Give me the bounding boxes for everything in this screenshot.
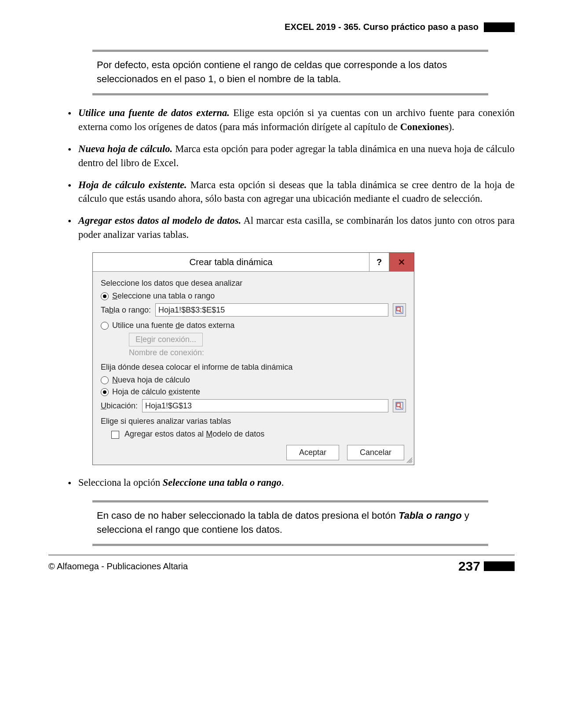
radio-icon <box>101 388 109 396</box>
range-select-icon <box>395 402 403 410</box>
section-place-label: Elija dónde desea colocar el informe de … <box>101 363 406 372</box>
section-multi-label: Elige si quieres analizar varias tablas <box>101 417 406 426</box>
radio-label: Utilice una fuente de datos externa <box>112 321 234 330</box>
radio-icon <box>101 292 109 300</box>
radio-external-source[interactable]: Utilice una fuente de datos externa <box>101 321 406 330</box>
choose-connection-button: Elegir conexión... <box>129 333 203 346</box>
help-button[interactable]: ? <box>369 253 389 271</box>
close-button[interactable] <box>389 253 414 271</box>
resize-grip-icon[interactable] <box>406 457 413 464</box>
table-range-label: Tabla o rango: <box>101 306 151 315</box>
connection-name-label: Nombre de conexión: <box>129 348 406 357</box>
radio-label-u: S <box>112 291 117 300</box>
location-row: Ubicación: Hoja1!$G$13 <box>101 399 406 412</box>
table-range-row: Tabla o rango: Hoja1!$B$3:$E$15 <box>101 303 406 317</box>
cancel-button[interactable]: Cancelar <box>347 445 404 460</box>
checkbox-label: Agregar estos datos al Modelo de datos <box>124 430 264 438</box>
bullet-item: Selecciona la opción Seleccione una tabl… <box>66 476 515 490</box>
radio-new-sheet[interactable]: Nueva hoja de cálculo <box>101 375 406 385</box>
radio-label-rest: eleccione una tabla o rango <box>117 291 215 300</box>
page-footer: © Alfaomega - Publicaciones Altaria 237 <box>48 555 515 574</box>
table-range-input[interactable]: Hoja1!$B$3:$E$15 <box>155 303 388 317</box>
location-input[interactable]: Hoja1!$G$13 <box>142 399 388 412</box>
bullet-text-pre: Selecciona la opción <box>78 477 163 488</box>
copyright: © Alfaomega - Publicaciones Altaria <box>48 561 188 571</box>
dialog-titlebar[interactable]: Crear tabla dinámica ? <box>93 253 414 272</box>
footer-bar <box>484 561 515 571</box>
bullet-bold: Conexiones <box>400 121 449 132</box>
note-box-1: Por defecto, esta opción contiene el ran… <box>92 50 488 95</box>
bullet-lead: Agregar estos datos al modelo de datos. <box>78 215 241 226</box>
bullet-rest-b: ). <box>449 121 454 132</box>
svg-rect-3 <box>397 403 400 407</box>
radio-existing-sheet[interactable]: Hoja de cálculo existente <box>101 387 406 397</box>
close-icon <box>398 258 406 266</box>
range-select-icon <box>395 306 403 314</box>
bullet-list: Utilice una fuente de datos externa. Eli… <box>66 106 515 242</box>
ok-button[interactable]: Aceptar <box>286 445 339 460</box>
svg-rect-1 <box>397 307 400 311</box>
bullet-lead: Hoja de cálculo existente. <box>78 179 187 190</box>
bullet-item: Nueva hoja de cálculo. Marca esta opción… <box>66 142 515 170</box>
bullet-text-post: . <box>282 477 284 488</box>
note-1-text: Por defecto, esta opción contiene el ran… <box>97 59 447 84</box>
page-header: EXCEL 2019 - 365. Curso práctico paso a … <box>48 22 515 32</box>
bullet-lead: Utilice una fuente de datos externa. <box>78 107 230 118</box>
location-label: Ubicación: <box>101 401 138 411</box>
bullet-text-bold: Seleccione una tabla o rango <box>163 477 282 488</box>
checkbox-icon <box>111 431 119 439</box>
bullet-item: Agregar estos datos al modelo de datos. … <box>66 214 515 242</box>
choose-connection-row: Elegir conexión... Nombre de conexión: <box>129 333 406 357</box>
radio-label: Nueva hoja de cálculo <box>112 375 190 385</box>
dialog-button-row: Aceptar Cancelar <box>101 445 406 460</box>
collapse-dialog-button[interactable] <box>393 303 406 317</box>
page-number: 237 <box>458 559 480 574</box>
add-to-model-row[interactable]: Agregar estos datos al Modelo de datos <box>111 430 406 439</box>
header-bar <box>484 22 515 32</box>
radio-icon <box>101 376 109 384</box>
bullet-item: Utilice una fuente de datos externa. Eli… <box>66 106 515 134</box>
radio-select-table[interactable]: Seleccione una tabla o rango <box>101 291 406 301</box>
note-box-2: En caso de no haber seleccionado la tabl… <box>92 500 488 546</box>
radio-icon <box>101 322 109 330</box>
bullet-lead: Nueva hoja de cálculo. <box>78 143 172 154</box>
radio-label: Hoja de cálculo existente <box>112 387 200 397</box>
note-2-b: Tabla o rango <box>398 510 461 521</box>
bullet-list-2: Selecciona la opción Seleccione una tabl… <box>66 476 515 490</box>
header-title: EXCEL 2019 - 365. Curso práctico paso a … <box>285 22 479 32</box>
section-analyze-label: Seleccione los datos que desea analizar <box>101 279 406 288</box>
dialog-body: Seleccione los datos que desea analizar … <box>93 272 414 465</box>
bullet-item: Hoja de cálculo existente. Marca esta op… <box>66 178 515 206</box>
dialog-title: Crear tabla dinámica <box>93 253 369 271</box>
pivot-dialog: Crear tabla dinámica ? Seleccione los da… <box>92 252 414 465</box>
radio-label: Seleccione una tabla o rango <box>112 291 215 301</box>
note-2-a: En caso de no haber seleccionado la tabl… <box>97 510 398 521</box>
collapse-dialog-button-2[interactable] <box>393 399 406 412</box>
